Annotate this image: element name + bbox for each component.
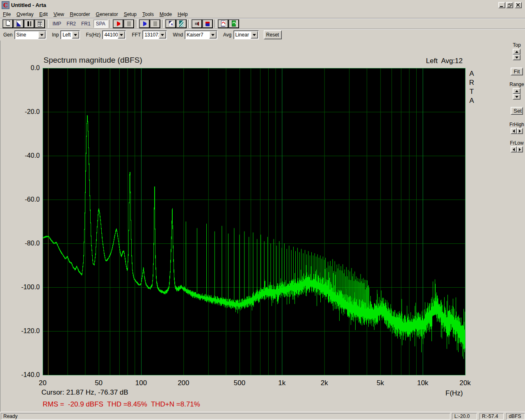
fs-label: Fs(Hz) <box>86 32 100 38</box>
y-axis-tick-label: -20.0 <box>0 108 40 116</box>
reset-button[interactable]: Reset <box>264 30 282 39</box>
range-down-button[interactable] <box>513 94 520 100</box>
dropdown-arrow-icon[interactable] <box>118 31 125 39</box>
menu-item-help[interactable]: Help <box>175 11 191 18</box>
table-icon[interactable] <box>34 19 45 28</box>
status-message: Ready <box>1 413 450 420</box>
arrow-up-icon <box>515 51 518 53</box>
window-function-value: Kaiser7 <box>185 32 209 38</box>
menu-item-mode[interactable]: Mode <box>157 11 175 18</box>
frhigh-left-button[interactable] <box>511 128 517 134</box>
toolbar-separator <box>215 20 216 28</box>
channel-average-info: Left Avg:12 <box>426 57 463 65</box>
menu-item-overlay[interactable]: Overlay <box>14 11 36 18</box>
menu-item-file[interactable]: File <box>0 11 14 18</box>
x-axis-tick-label: 20 <box>39 379 47 387</box>
menu-item-edit[interactable]: Edit <box>37 11 51 18</box>
close-button[interactable] <box>515 2 522 8</box>
arrow-right-icon <box>519 129 521 133</box>
spell-abc-icon[interactable]: ABC <box>165 19 176 28</box>
generator-play-icon[interactable] <box>139 19 150 28</box>
menu-item-generator[interactable]: Generator <box>93 11 121 18</box>
input-channel-select[interactable]: Left <box>60 30 80 39</box>
new-file-icon[interactable] <box>2 19 13 28</box>
toolbar-separator <box>188 20 190 28</box>
app-icon: C <box>2 1 9 9</box>
minimize-button[interactable] <box>498 2 505 8</box>
arrow-left-icon <box>513 148 515 151</box>
restore-button[interactable] <box>506 2 513 8</box>
sine-generator-icon[interactable] <box>218 19 228 28</box>
generator-type-select[interactable]: Sine <box>14 30 46 39</box>
spectrum-plot[interactable] <box>43 68 466 375</box>
generator-type-value: Sine <box>15 32 38 38</box>
range-spinner <box>513 88 520 100</box>
arta-watermark: ARTA <box>468 69 476 105</box>
x-axis-tick-label: 5k <box>377 379 384 387</box>
toolbar-separator <box>47 20 48 28</box>
waterfall-icon[interactable] <box>176 19 187 28</box>
record-stop-icon[interactable] <box>123 19 134 28</box>
x-axis-labels: 20501002005001k2k5k10k20k <box>0 379 525 388</box>
averaging-value: Linear <box>234 32 251 38</box>
mode-button-fr1[interactable]: FR1 <box>79 20 93 28</box>
toolbar: IMPFR2FR1SPA ABC <box>0 18 525 29</box>
menu-item-recorder[interactable]: Recorder <box>67 11 93 18</box>
wnd-label: Wnd <box>173 32 183 38</box>
window-function-select[interactable]: Kaiser7 <box>185 30 217 39</box>
y-axis-tick-label: -100.0 <box>0 284 40 291</box>
arrow-down-icon <box>515 57 518 59</box>
top-up-button[interactable] <box>513 49 520 54</box>
set-button[interactable]: Set <box>511 107 523 115</box>
menu-item-tools[interactable]: Tools <box>139 11 157 18</box>
x-axis-tick-label: 100 <box>135 379 147 387</box>
top-label: Top <box>508 42 525 48</box>
averaging-select[interactable]: Linear <box>233 30 259 39</box>
mode-button-fr2[interactable]: FR2 <box>64 20 78 28</box>
time-record-icon[interactable] <box>13 19 24 28</box>
y-axis-tick-label: -120.0 <box>0 327 40 335</box>
range-label: Range <box>508 82 525 87</box>
fft-size-select[interactable]: 131072 <box>142 30 167 39</box>
title-bar[interactable]: C Untitled - Arta <box>0 0 525 11</box>
pause-icon[interactable] <box>24 19 34 28</box>
menu-item-view[interactable]: View <box>50 11 67 18</box>
left-level-meter: L:-20.0 <box>452 413 477 420</box>
x-axis-tick-label: 2k <box>321 379 328 387</box>
mode-button-imp[interactable]: IMP <box>50 20 64 28</box>
scope-icon[interactable] <box>228 19 239 28</box>
arrow-down-icon <box>515 96 518 98</box>
top-down-button[interactable] <box>513 54 520 60</box>
dropdown-arrow-icon[interactable] <box>251 31 258 39</box>
mode-button-spa[interactable]: SPA <box>94 20 108 28</box>
menu-item-setup[interactable]: Setup <box>121 11 139 18</box>
dropdown-arrow-icon[interactable] <box>38 31 46 39</box>
plot-scale-panel: Top Fit Range Set FrHigh FrLow <box>508 41 525 412</box>
dropdown-arrow-icon[interactable] <box>72 31 79 39</box>
y-axis-tick-label: -40.0 <box>0 152 40 159</box>
frlow-right-button[interactable] <box>517 146 523 152</box>
y-axis-tick-label: -60.0 <box>0 196 40 203</box>
cursor-readout: Cursor: 21.87 Hz, -76.37 dB <box>41 388 128 397</box>
svg-text:ABC: ABC <box>171 23 173 26</box>
sample-rate-select[interactable]: 44100 <box>102 30 126 39</box>
status-bar: Ready L:-20.0 R:-57.4 dBFS <box>0 412 525 420</box>
frlow-left-button[interactable] <box>511 146 517 152</box>
frhigh-right-button[interactable] <box>517 128 523 134</box>
arrow-left-icon <box>513 129 515 133</box>
dropdown-arrow-icon[interactable] <box>159 31 166 39</box>
generator-stop-icon[interactable] <box>150 19 160 28</box>
minimize-icon <box>500 3 504 7</box>
dropdown-arrow-icon[interactable] <box>209 31 217 39</box>
sample-rate-value: 44100 <box>103 32 118 38</box>
window-buttons <box>498 2 522 8</box>
top-spinner <box>513 49 520 60</box>
menu-bar: FileOverlayEditViewRecorderGeneratorSetu… <box>0 10 525 18</box>
speaker-icon[interactable] <box>202 19 213 28</box>
microphone-icon[interactable] <box>192 19 202 28</box>
record-start-icon[interactable] <box>113 19 123 28</box>
range-up-button[interactable] <box>513 88 520 94</box>
fit-button[interactable]: Fit <box>511 68 523 75</box>
chart-title: Spectrum magnitude (dBFS) <box>43 56 142 65</box>
mode-button-group: IMPFR2FR1SPA <box>50 20 108 28</box>
